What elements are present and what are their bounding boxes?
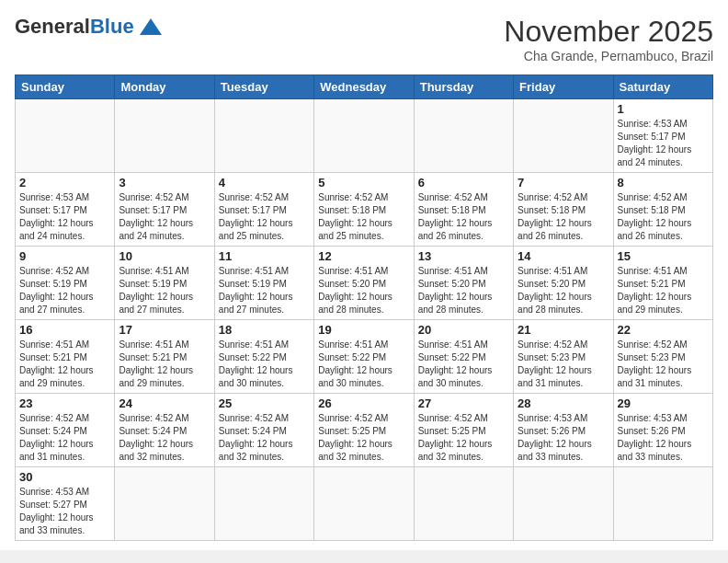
- calendar-week-row: 30Sunrise: 4:53 AM Sunset: 5:27 PM Dayli…: [16, 467, 713, 541]
- calendar-cell: 7Sunrise: 4:52 AM Sunset: 5:18 PM Daylig…: [514, 173, 613, 247]
- calendar-cell: 10Sunrise: 4:51 AM Sunset: 5:19 PM Dayli…: [115, 247, 214, 320]
- day-info: Sunrise: 4:53 AM Sunset: 5:26 PM Dayligh…: [518, 412, 609, 464]
- calendar-cell: [314, 99, 414, 173]
- day-info: Sunrise: 4:51 AM Sunset: 5:20 PM Dayligh…: [418, 265, 509, 316]
- title-block: November 2025 Cha Grande, Pernambuco, Br…: [504, 15, 713, 63]
- day-number: 24: [119, 396, 210, 410]
- day-number: 29: [618, 396, 709, 410]
- calendar-cell: 3Sunrise: 4:52 AM Sunset: 5:17 PM Daylig…: [115, 173, 214, 247]
- logo-blue-text: Blue: [90, 15, 134, 39]
- calendar-cell: 23Sunrise: 4:52 AM Sunset: 5:24 PM Dayli…: [16, 394, 115, 467]
- day-info: Sunrise: 4:51 AM Sunset: 5:21 PM Dayligh…: [119, 339, 210, 390]
- day-number: 12: [318, 249, 409, 263]
- day-info: Sunrise: 4:51 AM Sunset: 5:22 PM Dayligh…: [219, 339, 310, 390]
- calendar-cell: [514, 467, 613, 541]
- day-info: Sunrise: 4:52 AM Sunset: 5:23 PM Dayligh…: [618, 339, 709, 390]
- header-monday: Monday: [115, 75, 214, 99]
- day-info: Sunrise: 4:51 AM Sunset: 5:19 PM Dayligh…: [119, 265, 210, 316]
- day-number: 11: [219, 249, 310, 263]
- day-info: Sunrise: 4:52 AM Sunset: 5:18 PM Dayligh…: [418, 191, 509, 243]
- day-info: Sunrise: 4:51 AM Sunset: 5:22 PM Dayligh…: [418, 339, 509, 390]
- logo-icon: [138, 17, 164, 37]
- day-number: 19: [318, 323, 409, 337]
- calendar-cell: 9Sunrise: 4:52 AM Sunset: 5:19 PM Daylig…: [16, 247, 115, 320]
- weekday-header-row: Sunday Monday Tuesday Wednesday Thursday…: [16, 75, 713, 99]
- day-number: 25: [219, 396, 310, 410]
- calendar-cell: 17Sunrise: 4:51 AM Sunset: 5:21 PM Dayli…: [115, 320, 214, 394]
- day-info: Sunrise: 4:52 AM Sunset: 5:24 PM Dayligh…: [19, 412, 110, 464]
- day-info: Sunrise: 4:51 AM Sunset: 5:22 PM Dayligh…: [318, 339, 409, 390]
- calendar-cell: 26Sunrise: 4:52 AM Sunset: 5:25 PM Dayli…: [314, 394, 414, 467]
- day-info: Sunrise: 4:51 AM Sunset: 5:20 PM Dayligh…: [518, 265, 609, 316]
- calendar-cell: 29Sunrise: 4:53 AM Sunset: 5:26 PM Dayli…: [613, 394, 712, 467]
- calendar-cell: [414, 467, 513, 541]
- day-info: Sunrise: 4:52 AM Sunset: 5:18 PM Dayligh…: [318, 191, 409, 243]
- calendar-cell: [613, 467, 712, 541]
- day-number: 13: [418, 249, 509, 263]
- day-number: 2: [19, 176, 110, 190]
- day-number: 27: [418, 396, 509, 410]
- calendar-cell: 30Sunrise: 4:53 AM Sunset: 5:27 PM Dayli…: [16, 467, 115, 541]
- calendar-cell: 14Sunrise: 4:51 AM Sunset: 5:20 PM Dayli…: [514, 247, 613, 320]
- day-number: 16: [19, 323, 110, 337]
- calendar-cell: 13Sunrise: 4:51 AM Sunset: 5:20 PM Dayli…: [414, 247, 513, 320]
- day-info: Sunrise: 4:53 AM Sunset: 5:17 PM Dayligh…: [618, 118, 709, 169]
- day-info: Sunrise: 4:51 AM Sunset: 5:21 PM Dayligh…: [618, 265, 709, 316]
- header-sunday: Sunday: [16, 75, 115, 99]
- calendar-week-row: 23Sunrise: 4:52 AM Sunset: 5:24 PM Dayli…: [16, 394, 713, 467]
- day-number: 22: [618, 323, 709, 337]
- day-number: 20: [418, 323, 509, 337]
- header-thursday: Thursday: [414, 75, 513, 99]
- calendar-cell: [115, 99, 214, 173]
- calendar-page: General Blue November 2025 Cha Grande, P…: [0, 0, 728, 550]
- calendar-cell: 5Sunrise: 4:52 AM Sunset: 5:18 PM Daylig…: [314, 173, 414, 247]
- calendar-cell: 12Sunrise: 4:51 AM Sunset: 5:20 PM Dayli…: [314, 247, 414, 320]
- header-wednesday: Wednesday: [314, 75, 414, 99]
- day-info: Sunrise: 4:52 AM Sunset: 5:25 PM Dayligh…: [418, 412, 509, 464]
- calendar-cell: [214, 467, 313, 541]
- calendar-week-row: 16Sunrise: 4:51 AM Sunset: 5:21 PM Dayli…: [16, 320, 713, 394]
- calendar-cell: 2Sunrise: 4:53 AM Sunset: 5:17 PM Daylig…: [16, 173, 115, 247]
- day-info: Sunrise: 4:51 AM Sunset: 5:20 PM Dayligh…: [318, 265, 409, 316]
- day-number: 1: [618, 102, 709, 116]
- day-info: Sunrise: 4:53 AM Sunset: 5:17 PM Dayligh…: [19, 191, 110, 243]
- day-number: 8: [618, 176, 709, 190]
- day-number: 23: [19, 396, 110, 410]
- calendar-cell: [115, 467, 214, 541]
- calendar-cell: 11Sunrise: 4:51 AM Sunset: 5:19 PM Dayli…: [214, 247, 313, 320]
- day-number: 6: [418, 176, 509, 190]
- calendar-cell: [16, 99, 115, 173]
- day-info: Sunrise: 4:52 AM Sunset: 5:17 PM Dayligh…: [219, 191, 310, 243]
- calendar-cell: 1Sunrise: 4:53 AM Sunset: 5:17 PM Daylig…: [613, 99, 712, 173]
- calendar-cell: 27Sunrise: 4:52 AM Sunset: 5:25 PM Dayli…: [414, 394, 513, 467]
- day-number: 30: [19, 470, 110, 484]
- day-number: 7: [518, 176, 609, 190]
- month-title: November 2025: [504, 15, 713, 49]
- header-tuesday: Tuesday: [214, 75, 313, 99]
- calendar-cell: 24Sunrise: 4:52 AM Sunset: 5:24 PM Dayli…: [115, 394, 214, 467]
- day-number: 15: [618, 249, 709, 263]
- day-number: 9: [19, 249, 110, 263]
- day-info: Sunrise: 4:52 AM Sunset: 5:18 PM Dayligh…: [618, 191, 709, 243]
- day-number: 28: [518, 396, 609, 410]
- day-info: Sunrise: 4:53 AM Sunset: 5:26 PM Dayligh…: [618, 412, 709, 464]
- location-subtitle: Cha Grande, Pernambuco, Brazil: [504, 49, 713, 63]
- day-info: Sunrise: 4:52 AM Sunset: 5:24 PM Dayligh…: [219, 412, 310, 464]
- day-info: Sunrise: 4:51 AM Sunset: 5:19 PM Dayligh…: [219, 265, 310, 316]
- calendar-cell: 16Sunrise: 4:51 AM Sunset: 5:21 PM Dayli…: [16, 320, 115, 394]
- calendar-cell: 22Sunrise: 4:52 AM Sunset: 5:23 PM Dayli…: [613, 320, 712, 394]
- calendar-cell: 4Sunrise: 4:52 AM Sunset: 5:17 PM Daylig…: [214, 173, 313, 247]
- calendar-cell: 8Sunrise: 4:52 AM Sunset: 5:18 PM Daylig…: [613, 173, 712, 247]
- calendar-week-row: 9Sunrise: 4:52 AM Sunset: 5:19 PM Daylig…: [16, 247, 713, 320]
- logo-general-text: General: [15, 15, 90, 39]
- calendar-cell: [214, 99, 313, 173]
- calendar-cell: [514, 99, 613, 173]
- day-info: Sunrise: 4:53 AM Sunset: 5:27 PM Dayligh…: [19, 486, 110, 537]
- calendar-table: Sunday Monday Tuesday Wednesday Thursday…: [15, 75, 713, 541]
- header-friday: Friday: [514, 75, 613, 99]
- day-info: Sunrise: 4:52 AM Sunset: 5:18 PM Dayligh…: [518, 191, 609, 243]
- logo: General Blue: [15, 15, 164, 39]
- day-info: Sunrise: 4:52 AM Sunset: 5:24 PM Dayligh…: [119, 412, 210, 464]
- calendar-cell: [414, 99, 513, 173]
- day-info: Sunrise: 4:52 AM Sunset: 5:17 PM Dayligh…: [119, 191, 210, 243]
